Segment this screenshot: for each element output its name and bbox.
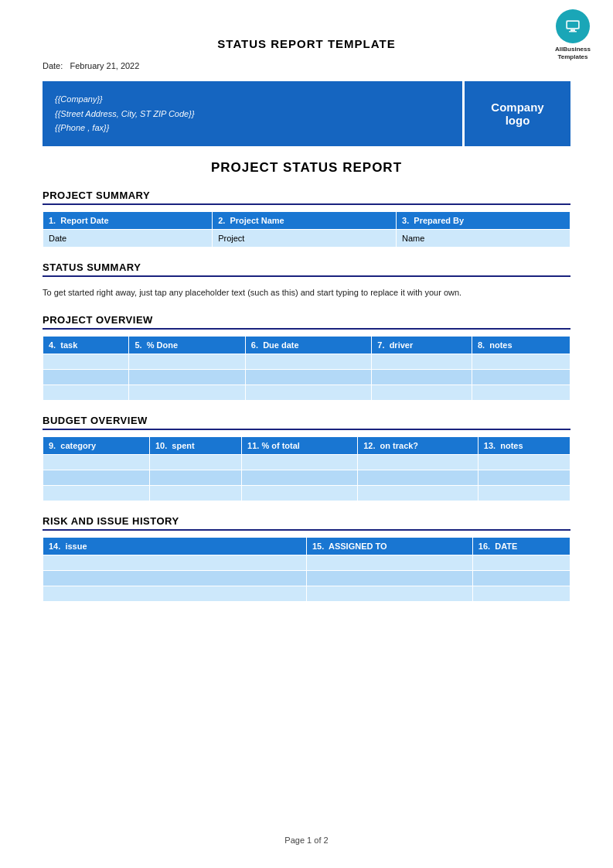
date-label: Date: xyxy=(43,61,63,70)
col-notes-budget: 13. notes xyxy=(478,436,570,454)
col-pct-done: 5. % Done xyxy=(129,336,245,354)
footer: Page 1 of 2 xyxy=(0,836,613,845)
project-overview-heading: PROJECT OVERVIEW xyxy=(43,314,570,330)
table-row xyxy=(43,586,570,601)
svg-rect-3 xyxy=(570,29,575,31)
col-pct-total: 11. % of total xyxy=(242,436,358,454)
main-title: STATUS REPORT TEMPLATE xyxy=(43,37,570,50)
budget-overview-section: BUDGET OVERVIEW 9. category 10. spent 11… xyxy=(43,415,570,501)
svg-rect-2 xyxy=(567,22,578,28)
status-summary-heading: STATUS SUMMARY xyxy=(43,261,570,277)
budget-overview-heading: BUDGET OVERVIEW xyxy=(43,415,570,430)
status-summary-section: STATUS SUMMARY To get started right away… xyxy=(43,261,570,300)
table-row xyxy=(43,470,570,485)
date-value: February 21, 2022 xyxy=(70,61,139,70)
company-logo-box: Company logo xyxy=(462,81,570,146)
cell-date: Date xyxy=(43,230,213,248)
company-line2: {{Street Address, City, ST ZIP Code}} xyxy=(55,107,450,121)
project-summary-section: PROJECT SUMMARY 1. Report Date 2. Projec… xyxy=(43,190,570,248)
company-banner: {{Company}} {{Street Address, City, ST Z… xyxy=(43,81,570,146)
col-prepared-by: 3. Prepared By xyxy=(397,212,570,230)
table-row xyxy=(43,354,570,369)
report-title: PROJECT STATUS REPORT xyxy=(43,160,570,176)
company-line3: {{Phone , fax}} xyxy=(55,121,450,135)
table-row xyxy=(43,454,570,470)
company-info: {{Company}} {{Street Address, City, ST Z… xyxy=(43,81,462,146)
col-driver: 7. driver xyxy=(372,336,472,354)
project-overview-table: 4. task 5. % Done 6. Due date 7. driver … xyxy=(43,336,570,401)
col-project-name: 2. Project Name xyxy=(213,212,397,230)
col-date: 16. DATE xyxy=(472,537,570,555)
project-overview-section: PROJECT OVERVIEW 4. task 5. % Done 6. Du… xyxy=(43,314,570,401)
table-row xyxy=(43,555,570,570)
cell-project: Project xyxy=(213,230,397,248)
col-task: 4. task xyxy=(43,336,129,354)
date-line: Date: February 21, 2022 xyxy=(43,61,570,70)
table-row xyxy=(43,369,570,384)
col-on-track: 12. on track? xyxy=(358,436,478,454)
col-issue: 14. issue xyxy=(43,537,307,555)
risk-history-heading: RISK AND ISSUE HISTORY xyxy=(43,515,570,531)
project-summary-heading: PROJECT SUMMARY xyxy=(43,190,570,205)
risk-history-table: 14. issue 15. ASSIGNED TO 16. DATE xyxy=(43,537,570,602)
risk-history-section: RISK AND ISSUE HISTORY 14. issue 15. ASS… xyxy=(43,515,570,602)
col-spent: 10. spent xyxy=(149,436,241,454)
logo-icon xyxy=(556,9,590,43)
col-report-date: 1. Report Date xyxy=(43,212,213,230)
table-row: Date Project Name xyxy=(43,230,570,248)
table-row xyxy=(43,384,570,400)
table-row xyxy=(43,485,570,501)
table-row xyxy=(43,570,570,586)
col-notes: 8. notes xyxy=(472,336,570,354)
budget-overview-table: 9. category 10. spent 11. % of total 12.… xyxy=(43,436,570,501)
col-category: 9. category xyxy=(43,436,150,454)
logo-text: AllBusiness Templates xyxy=(547,46,599,62)
col-assigned-to: 15. ASSIGNED TO xyxy=(307,537,473,555)
project-summary-table: 1. Report Date 2. Project Name 3. Prepar… xyxy=(43,211,570,248)
company-line1: {{Company}} xyxy=(55,92,450,107)
cell-name: Name xyxy=(397,230,570,248)
col-due-date: 6. Due date xyxy=(245,336,371,354)
logo-area: AllBusiness Templates xyxy=(547,9,599,62)
status-summary-text: To get started right away, just tap any … xyxy=(43,283,570,300)
svg-rect-4 xyxy=(569,31,577,32)
